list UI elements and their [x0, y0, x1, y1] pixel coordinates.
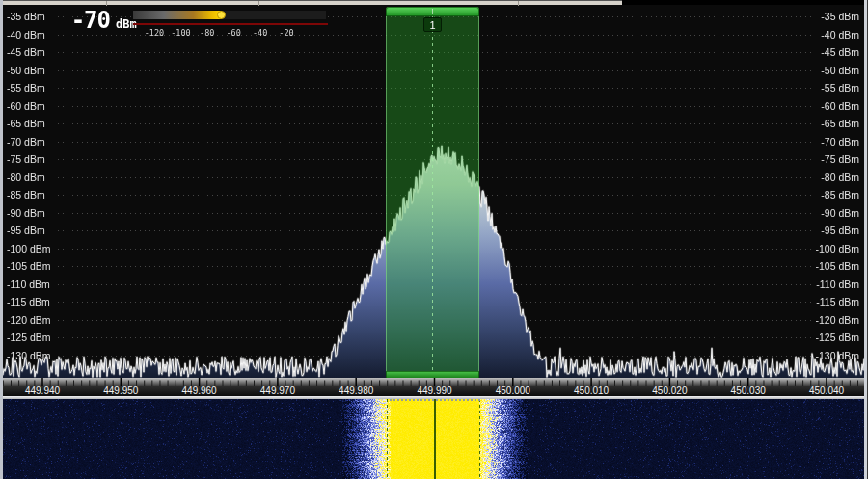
freq-label: 449.950 [90, 386, 151, 396]
power-meter-bar-fill [133, 11, 222, 19]
window-border-left [0, 0, 3, 479]
db-label-left: -45 dBm [7, 46, 45, 58]
db-label-left: -35 dBm [7, 11, 45, 22]
freq-label: 449.990 [404, 386, 466, 396]
tuning-band-bottom-cap[interactable] [386, 371, 479, 378]
db-label-right: -50 dBm [821, 65, 859, 76]
db-label-right: -115 dBm [816, 296, 859, 307]
frequency-axis-labels: 449.940449.950449.960449.970449.980449.9… [0, 386, 868, 396]
freq-label: 450.010 [560, 386, 622, 396]
freq-label: 449.960 [169, 386, 231, 396]
db-label-right: -60 dBm [821, 100, 859, 112]
power-meter-value: -70 [64, 7, 110, 34]
db-label-right: -90 dBm [821, 207, 859, 219]
db-label-left: -55 dBm [7, 82, 45, 93]
freq-label: 450.000 [482, 386, 544, 396]
tuning-band-top-cap[interactable] [386, 7, 479, 16]
db-label-right: -120 dBm [815, 314, 859, 326]
power-meter-bar [133, 11, 326, 19]
db-label-left: -65 dBm [7, 118, 45, 129]
freq-label: 450.020 [638, 386, 700, 396]
power-meter-scale-line [133, 23, 328, 25]
tuning-band-center-tick [432, 9, 433, 14]
db-label-left: -100 dBm [7, 243, 51, 254]
db-label-right: -95 dBm [821, 225, 859, 236]
db-label-left: -120 dBm [7, 314, 51, 326]
frequency-tick-bar[interactable] [0, 378, 868, 386]
db-label-right: -105 dBm [815, 260, 859, 272]
db-label-right: -130 dBm [815, 350, 859, 361]
db-label-left: -80 dBm [7, 172, 45, 183]
db-label-left: -130 dBm [7, 350, 51, 361]
db-label-left: -90 dBm [7, 207, 45, 219]
db-label-left: -75 dBm [7, 153, 45, 165]
toolbar-divider [518, 1, 519, 6]
db-label-right: -55 dBm [821, 82, 859, 93]
spectrum-panel: 1 -70 dBm -120-100-80-60-40-20 -30 dBm-3… [0, 5, 868, 378]
db-label-right: -125 dBm [815, 332, 859, 343]
db-label-right: -35 dBm [821, 11, 859, 22]
freq-label: 450.040 [796, 386, 857, 396]
tuning-band-center-line [432, 16, 433, 371]
db-label-right: -75 dBm [821, 153, 859, 165]
db-label-left: -60 dBm [7, 100, 45, 112]
db-label-right: -100 dBm [815, 243, 859, 254]
db-label-right: -80 dBm [821, 172, 859, 183]
db-label-left: -85 dBm [7, 189, 45, 200]
toolbar-divider [258, 1, 259, 6]
db-label-left: -105 dBm [7, 260, 51, 272]
freq-label: 450.030 [718, 386, 779, 396]
db-label-left: -70 dBm [7, 136, 45, 147]
db-label-right: -110 dBm [816, 279, 859, 290]
db-label-right: -45 dBm [821, 46, 859, 58]
power-meter: -70 dBm -120-100-80-60-40-20 [56, 10, 338, 42]
db-label-left: -95 dBm [7, 225, 45, 236]
db-label-right: -70 dBm [821, 136, 859, 147]
db-label-left: -40 dBm [7, 29, 45, 40]
db-label-left: -125 dBm [7, 332, 51, 343]
db-label-right: -40 dBm [821, 29, 859, 40]
tuning-band[interactable]: 1 [386, 7, 479, 378]
power-meter-dot [217, 11, 226, 19]
waterfall-canvas[interactable] [0, 399, 868, 479]
db-label-right: -65 dBm [821, 118, 859, 129]
db-label-right: -85 dBm [821, 189, 859, 200]
db-label-left: -50 dBm [7, 65, 45, 76]
freq-label: 449.940 [12, 386, 73, 396]
window-border-right [864, 0, 868, 479]
band-marker-badge[interactable]: 1 [423, 17, 442, 32]
db-label-left: -110 dBm [7, 279, 50, 290]
toolbar-divider [106, 1, 107, 6]
freq-label: 449.980 [325, 386, 387, 396]
meter-scale-label: -20 [270, 28, 303, 38]
sdr-spectrum-window: 1 -70 dBm -120-100-80-60-40-20 -30 dBm-3… [0, 0, 868, 479]
freq-label: 449.970 [247, 386, 309, 396]
db-label-left: -115 dBm [7, 296, 50, 307]
toolbar-edge [0, 0, 622, 5]
